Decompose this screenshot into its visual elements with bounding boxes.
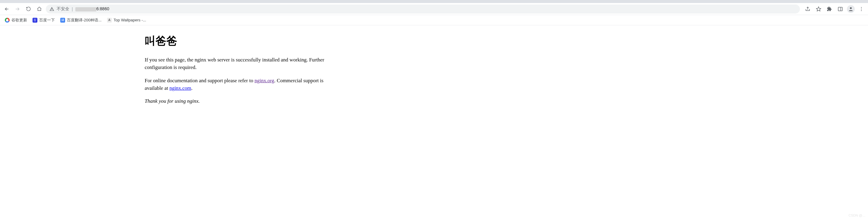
page-content: 叫爸爸 If you see this page, the nginx web … xyxy=(145,34,338,104)
nav-buttons xyxy=(2,5,43,13)
share-icon xyxy=(805,6,810,12)
url-divider: | xyxy=(72,7,73,11)
bookmark-item-chrome-update[interactable]: 谷歌更新 xyxy=(3,16,29,24)
sidepanel-button[interactable] xyxy=(836,5,844,13)
person-icon xyxy=(848,6,854,12)
home-icon xyxy=(37,6,42,11)
bookmarks-bar: 谷歌更新 百 百度一下 译 百度翻译-200种语... A Top Wallpa… xyxy=(0,15,868,25)
kebab-icon xyxy=(859,6,864,12)
bookmark-label: Top Wallpapers -... xyxy=(114,18,146,22)
translate-icon: 译 xyxy=(60,18,65,23)
extensions-button[interactable] xyxy=(825,5,834,13)
security-label: 不安全 xyxy=(57,6,69,12)
back-button[interactable] xyxy=(2,5,11,13)
url-suffix: 6:8860 xyxy=(96,6,110,11)
docs-paragraph: For online documentation and support ple… xyxy=(145,77,338,92)
url-redacted-part xyxy=(75,7,96,11)
baidu-icon: 百 xyxy=(33,18,37,23)
svg-marker-2 xyxy=(816,7,821,11)
nginx-org-link[interactable]: nginx.org xyxy=(254,78,274,84)
page-heading: 叫爸爸 xyxy=(145,34,338,49)
welcome-paragraph: If you see this page, the nginx web serv… xyxy=(145,56,338,71)
page-viewport: 叫爸爸 If you see this page, the nginx web … xyxy=(0,25,868,116)
reload-icon xyxy=(26,6,31,11)
address-bar[interactable]: 不安全 | 6:8860 xyxy=(46,4,800,13)
nginx-com-link[interactable]: nginx.com xyxy=(169,85,191,91)
kebab-menu-button[interactable] xyxy=(857,5,866,13)
toolbar-right xyxy=(804,5,866,13)
bookmark-star-button[interactable] xyxy=(814,5,823,13)
docs-pre: For online documentation and support ple… xyxy=(145,78,254,84)
svg-rect-3 xyxy=(838,7,842,11)
arrow-left-icon xyxy=(4,6,9,12)
bookmark-item-baidu[interactable]: 百 百度一下 xyxy=(31,16,57,24)
svg-point-5 xyxy=(850,7,852,9)
wallpaper-icon: A xyxy=(107,18,112,23)
star-icon xyxy=(816,6,821,12)
chrome-icon xyxy=(5,18,10,23)
panel-icon xyxy=(838,6,843,12)
home-button[interactable] xyxy=(35,5,43,13)
svg-point-8 xyxy=(861,10,862,11)
docs-post: . xyxy=(191,85,192,91)
profile-avatar[interactable] xyxy=(847,5,855,13)
bookmark-item-wallpapers[interactable]: A Top Wallpapers -... xyxy=(105,17,148,24)
forward-button[interactable] xyxy=(13,5,22,13)
not-secure-icon xyxy=(50,7,54,11)
bookmark-label: 百度一下 xyxy=(39,18,55,23)
bookmark-item-baidu-fanyi[interactable]: 译 百度翻译-200种语... xyxy=(59,16,103,24)
tab-strip xyxy=(0,0,868,3)
browser-toolbar: 不安全 | 6:8860 xyxy=(0,3,868,15)
arrow-right-icon xyxy=(15,6,20,12)
reload-button[interactable] xyxy=(24,5,33,13)
share-button[interactable] xyxy=(804,5,812,13)
svg-point-7 xyxy=(861,8,862,9)
bookmark-label: 百度翻译-200种语... xyxy=(67,18,101,23)
url-text: 6:8860 xyxy=(75,6,110,11)
thank-you-text: Thank you for using nginx. xyxy=(145,98,338,104)
bookmark-label: 谷歌更新 xyxy=(11,18,27,23)
puzzle-icon xyxy=(827,6,832,12)
svg-point-6 xyxy=(861,7,862,7)
